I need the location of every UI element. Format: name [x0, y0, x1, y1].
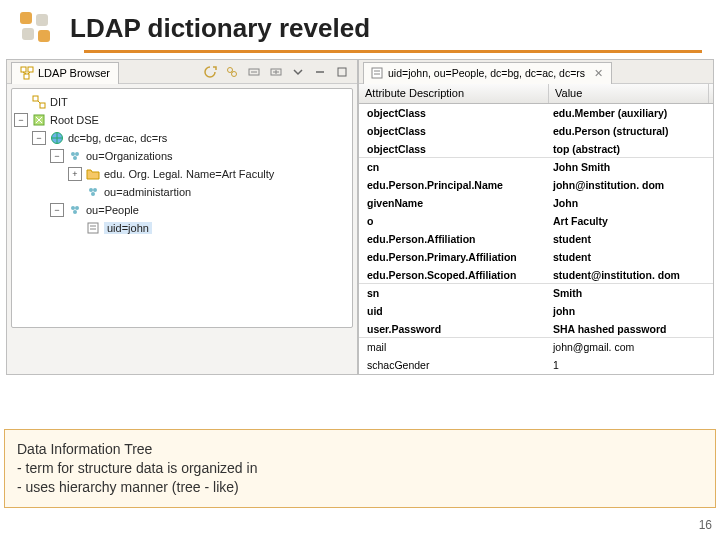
attribute-headers: Attribute Description Value [359, 84, 713, 104]
info-callout: Data Information Tree - term for structu… [4, 429, 716, 508]
attribute-name: cn [359, 161, 549, 173]
tree-node-rootdse[interactable]: − Root DSE [14, 111, 350, 129]
attribute-name: objectClass [359, 107, 549, 119]
header-value[interactable]: Value [549, 84, 709, 103]
attribute-row[interactable]: objectClasstop (abstract) [359, 140, 713, 158]
svg-point-29 [91, 192, 95, 196]
attribute-value: Art Faculty [549, 215, 709, 227]
attribute-row[interactable]: edu.Person.Principal.Namejohn@institutio… [359, 176, 713, 194]
maximize-icon[interactable] [333, 63, 351, 81]
attribute-name: mail [359, 341, 549, 353]
svg-rect-6 [24, 74, 29, 79]
attribute-name: user.Password [359, 323, 549, 335]
attribute-name: givenName [359, 197, 549, 209]
entry-icon [85, 220, 101, 236]
svg-point-31 [75, 206, 79, 210]
tree-node-art-faculty[interactable]: + edu. Org. Legal. Name=Art Faculty [14, 165, 350, 183]
svg-rect-0 [20, 12, 32, 24]
attribute-row[interactable]: mailjohn@gmail. com [359, 338, 713, 356]
ldap-browser-panel: LDAP Browser DIT − Root DSE [6, 59, 358, 375]
attribute-name: o [359, 215, 549, 227]
attribute-row[interactable]: cnJohn Smith [359, 158, 713, 176]
folder-icon [85, 166, 101, 182]
app-logo [18, 10, 54, 46]
attribute-row[interactable]: schacGender1 [359, 356, 713, 374]
attribute-name: sn [359, 287, 549, 299]
attribute-value: student [549, 251, 709, 263]
info-line: - term for structure data is organized i… [17, 459, 703, 478]
svg-rect-18 [338, 68, 346, 76]
attribute-row[interactable]: givenNameJohn [359, 194, 713, 212]
ou-icon [67, 202, 83, 218]
attribute-row[interactable]: user.PasswordSHA hashed password [359, 320, 713, 338]
entry-editor-panel: uid=john, ou=People, dc=bg, dc=ac, dc=rs… [358, 59, 714, 375]
attribute-row[interactable]: edu.Person.Primary.Affiliationstudent [359, 248, 713, 266]
attribute-name: edu.Person.Primary.Affiliation [359, 251, 549, 263]
attribute-name: edu.Person.Affiliation [359, 233, 549, 245]
close-icon[interactable]: ✕ [591, 66, 605, 80]
attribute-value: 1 [549, 359, 709, 371]
attribute-row[interactable]: oArt Faculty [359, 212, 713, 230]
svg-rect-4 [21, 67, 26, 72]
svg-point-27 [89, 188, 93, 192]
minimize-icon[interactable] [311, 63, 329, 81]
svg-point-32 [73, 210, 77, 214]
attribute-value: john@institution. dom [549, 179, 709, 191]
slide-number: 16 [699, 518, 712, 532]
attribute-row[interactable]: edu.Person.Scoped.Affiliationstudent@ins… [359, 266, 713, 284]
attribute-name: uid [359, 305, 549, 317]
tab-label: LDAP Browser [38, 67, 110, 79]
attribute-row[interactable]: edu.Person.Affiliationstudent [359, 230, 713, 248]
tab-ldap-browser[interactable]: LDAP Browser [11, 62, 119, 84]
attribute-value: john [549, 305, 709, 317]
attribute-value: edu.Person (structural) [549, 125, 709, 137]
attribute-name: objectClass [359, 125, 549, 137]
svg-rect-5 [28, 67, 33, 72]
attribute-value: top (abstract) [549, 143, 709, 155]
refresh-icon[interactable] [201, 63, 219, 81]
attribute-row[interactable]: objectClassedu.Person (structural) [359, 122, 713, 140]
tab-entry[interactable]: uid=john, ou=People, dc=bg, dc=ac, dc=rs… [363, 62, 612, 84]
attribute-value: student@institution. dom [549, 269, 709, 281]
attribute-row[interactable]: snSmith [359, 284, 713, 302]
attribute-name: edu.Person.Principal.Name [359, 179, 549, 191]
svg-rect-2 [22, 28, 34, 40]
tree-icon [20, 66, 34, 80]
attribute-name: edu.Person.Scoped.Affiliation [359, 269, 549, 281]
svg-line-11 [232, 71, 233, 72]
menu-icon[interactable] [289, 63, 307, 81]
attribute-value: john@gmail. com [549, 341, 709, 353]
svg-line-21 [38, 101, 40, 103]
collapse-icon[interactable] [245, 63, 263, 81]
attribute-name: schacGender [359, 359, 549, 371]
ou-icon [67, 148, 83, 164]
svg-rect-20 [40, 103, 45, 108]
svg-point-26 [73, 156, 77, 160]
link-icon[interactable] [223, 63, 241, 81]
svg-point-28 [93, 188, 97, 192]
attribute-table[interactable]: objectClassedu.Member (auxiliary)objectC… [359, 104, 713, 374]
tree-node-uid-john[interactable]: uid=john [14, 219, 350, 237]
root-icon [31, 94, 47, 110]
attribute-row[interactable]: objectClassedu.Member (auxiliary) [359, 104, 713, 122]
tree-node-dit[interactable]: DIT [14, 93, 350, 111]
header-attribute[interactable]: Attribute Description [359, 84, 549, 103]
svg-point-24 [71, 152, 75, 156]
expand-icon[interactable] [267, 63, 285, 81]
tree-node-dc[interactable]: − dc=bg, dc=ac, dc=rs [14, 129, 350, 147]
globe-icon [49, 130, 65, 146]
svg-rect-3 [38, 30, 50, 42]
tree-node-organizations[interactable]: − ou=Organizations [14, 147, 350, 165]
svg-rect-36 [372, 68, 382, 78]
svg-rect-1 [36, 14, 48, 26]
dit-tree[interactable]: DIT − Root DSE − dc=bg, dc=ac, dc=rs − o… [11, 88, 353, 328]
attribute-row[interactable]: uidjohn [359, 302, 713, 320]
attribute-value: student [549, 233, 709, 245]
tree-node-people[interactable]: − ou=People [14, 201, 350, 219]
svg-rect-19 [33, 96, 38, 101]
tree-node-administration[interactable]: ou=administartion [14, 183, 350, 201]
svg-point-30 [71, 206, 75, 210]
breadcrumb: uid=john, ou=People, dc=bg, dc=ac, dc=rs [388, 67, 585, 79]
attribute-value: SHA hashed password [549, 323, 709, 335]
attribute-value: John [549, 197, 709, 209]
